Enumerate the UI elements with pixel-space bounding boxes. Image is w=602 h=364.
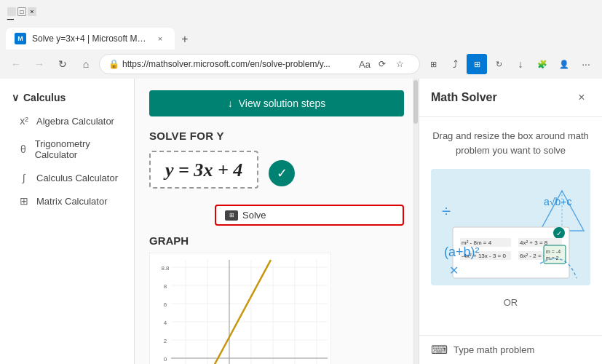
svg-text:✓: ✓ (556, 229, 562, 237)
solve-button[interactable]: ⊞ Solve (215, 205, 404, 226)
svg-text:m = 2: m = 2 (546, 256, 559, 261)
refresh-btn[interactable]: ↻ (52, 54, 73, 74)
address-bar-input[interactable]: 🔒 https://mathsolver.microsoft.com/en/so… (99, 54, 420, 74)
svg-text:(a+b)²: (a+b)² (444, 245, 480, 259)
home-btn[interactable]: ⌂ (76, 54, 96, 74)
star-icon[interactable]: ☆ (392, 56, 408, 72)
graph-title: GRAPH (149, 234, 404, 247)
browser-content: ∨ Calculus x² Algebra Calculator θ Trigo… (0, 79, 602, 364)
svg-text:6: 6 (164, 301, 167, 308)
svg-text:✕: ✕ (449, 264, 459, 277)
panel-title: Math Solver (431, 91, 497, 104)
refresh-icon[interactable]: ⟳ (374, 56, 390, 72)
collections-btn[interactable]: ⊞ (467, 54, 487, 74)
calculus-icon: ∫ (17, 172, 31, 183)
new-tab-btn[interactable]: + (175, 29, 195, 50)
trig-icon: θ (17, 143, 29, 155)
sidebar-item-calculus[interactable]: ∫ Calculus Calculator (0, 166, 134, 189)
panel-body: Drag and resize the box around math prob… (419, 117, 602, 335)
panel-close-btn[interactable]: × (573, 89, 590, 106)
svg-text:0: 0 (164, 356, 167, 363)
panel-type-math-btn[interactable]: ⌨ Type math problem (419, 335, 602, 364)
back-btn[interactable]: ← (6, 54, 26, 74)
sidebar: ∨ Calculus x² Algebra Calculator θ Trigo… (0, 79, 135, 364)
illustration-svg: ÷ a√b+c ✓ m² - 8m = 4 4x² + 3 = 8 (431, 169, 590, 285)
scroll-thumb (413, 80, 418, 124)
svg-rect-0 (149, 253, 331, 364)
profile-btn[interactable]: 👤 (554, 54, 574, 74)
panel-illustration: ÷ a√b+c ✓ m² - 8m = 4 4x² + 3 = 8 (431, 169, 590, 285)
url-text: https://mathsolver.microsoft.com/en/solv… (122, 59, 357, 69)
toolbar: ⊞ ⤴ ⊞ ↻ ↓ 🧩 👤 ··· (423, 54, 596, 74)
sidebar-section-calculus[interactable]: ∨ Calculus (0, 86, 134, 109)
panel-footer-label: Type math problem (454, 344, 534, 355)
close-btn[interactable]: × (28, 7, 36, 16)
tab-bar: M Solve y=3x+4 | Microsoft Math S... × + (0, 23, 602, 50)
tab-close-btn[interactable]: × (154, 33, 166, 44)
addressbar: ← → ↻ ⌂ 🔒 https://mathsolver.microsoft.c… (0, 50, 602, 79)
arrow-down-icon: ↓ (228, 98, 233, 109)
sidebar-item-trig[interactable]: θ Trigonometry Calculator (0, 132, 134, 166)
checkmark-circle: ✓ (269, 160, 295, 186)
graph-container: 8.8 8 6 4 2 0 -2 -4 -6 (149, 253, 331, 364)
svg-text:2: 2 (164, 338, 167, 344)
svg-text:4x² + 3 = 8: 4x² + 3 = 8 (520, 240, 548, 246)
browser-tab[interactable]: M Solve y=3x+4 | Microsoft Math S... × (6, 28, 175, 50)
equation-box: y = 3x + 4 (149, 151, 258, 189)
math-solver-panel: Math Solver × Drag and resize the box ar… (419, 79, 602, 364)
solve-for-title: SOLVE FOR Y (149, 130, 404, 142)
extensions-btn[interactable]: 🧩 (532, 54, 553, 74)
favourites-btn[interactable]: ⤴ (445, 54, 465, 74)
algebra-label: Algebra Calculator (36, 116, 114, 127)
svg-text:m = -4: m = -4 (546, 249, 561, 254)
matrix-icon: ⊞ (17, 195, 31, 207)
downloads-btn[interactable]: ↓ (510, 54, 531, 74)
panel-or-divider: OR (431, 297, 590, 308)
section-arrow: ∨ (12, 92, 19, 103)
panel-header: Math Solver × (419, 79, 602, 117)
checkmark-icon: ✓ (277, 165, 288, 181)
svg-text:8: 8 (164, 283, 167, 290)
panel-description: Drag and resize the box around math prob… (431, 129, 590, 157)
solve-icon: ⊞ (225, 210, 238, 221)
keyboard-icon: ⌨ (431, 343, 448, 357)
algebra-icon: x² (17, 115, 31, 127)
forward-btn[interactable]: → (29, 54, 49, 74)
read-icon[interactable]: Aa (357, 56, 373, 72)
calculus-label: Calculus Calculator (36, 173, 118, 183)
main-content: ↓ View solution steps SOLVE FOR Y y = 3x… (135, 79, 419, 364)
maximize-btn[interactable]: □ (17, 7, 26, 16)
tab-title: Solve y=3x+4 | Microsoft Math S... (32, 33, 148, 44)
solve-btn-label: Solve (242, 210, 266, 221)
svg-text:÷: ÷ (442, 202, 451, 220)
svg-text:4: 4 (164, 320, 167, 326)
equation-text: y = 3x + 4 (165, 159, 242, 181)
history-btn[interactable]: ↻ (488, 54, 509, 74)
or-text: OR (504, 297, 518, 308)
view-solution-btn[interactable]: ↓ View solution steps (149, 90, 404, 116)
graph-svg: 8.8 8 6 4 2 0 -2 -4 -6 (149, 253, 331, 364)
svg-text:8.8: 8.8 (161, 265, 170, 272)
trig-label: Trigonometry Calculator (35, 138, 122, 160)
tab-search-btn[interactable]: ⊞ (423, 54, 443, 74)
view-solution-label: View solution steps (239, 98, 326, 109)
section-title: Calculus (23, 92, 66, 103)
scroll-indicator[interactable] (413, 79, 419, 364)
sidebar-item-algebra[interactable]: x² Algebra Calculator (0, 109, 134, 132)
sidebar-item-matrix[interactable]: ⊞ Matrix Calculator (0, 189, 134, 213)
tab-favicon: M (15, 33, 26, 44)
minimize-btn[interactable]: _ (7, 7, 16, 16)
titlebar: _ □ × (0, 0, 602, 23)
matrix-label: Matrix Calculator (36, 196, 108, 207)
more-btn[interactable]: ··· (576, 54, 596, 74)
